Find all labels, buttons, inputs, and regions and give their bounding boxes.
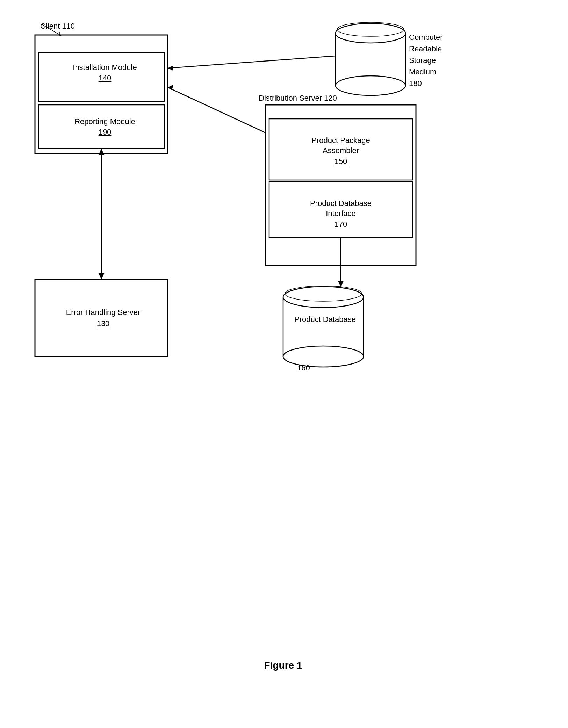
svg-marker-18 xyxy=(168,66,173,71)
diagram-container: Client 110 Installation Module 140 Repor… xyxy=(21,14,545,678)
crsm-label: Computer Readable Storage Medium 180 xyxy=(409,31,443,89)
dist-server-label: Distribution Server 120 xyxy=(259,94,337,103)
diagram-svg xyxy=(21,14,545,678)
svg-point-15 xyxy=(336,76,405,95)
figure-label: Figure 1 xyxy=(264,660,302,671)
assembler-id: 150 xyxy=(269,157,412,166)
installation-module-label: Installation Module 140 xyxy=(42,63,168,82)
svg-marker-25 xyxy=(338,281,344,287)
svg-point-11 xyxy=(283,346,364,367)
error-server-id: 130 xyxy=(38,319,168,328)
error-server-label: Error Handling Server 130 xyxy=(38,308,168,328)
svg-rect-9 xyxy=(283,297,364,356)
reporting-module-id: 190 xyxy=(42,128,168,137)
svg-rect-5 xyxy=(266,105,416,266)
svg-marker-20 xyxy=(168,85,173,90)
reporting-module-label: Reporting Module 190 xyxy=(42,117,168,137)
product-database-label: Product Database xyxy=(287,315,364,325)
svg-line-19 xyxy=(168,87,266,133)
svg-point-16 xyxy=(337,22,404,36)
pdi-id: 170 xyxy=(269,220,412,229)
client-label: Client 110 xyxy=(40,22,75,31)
installation-module-id: 140 xyxy=(42,73,168,82)
svg-point-12 xyxy=(285,286,362,301)
svg-marker-22 xyxy=(99,273,104,280)
svg-point-14 xyxy=(336,23,405,43)
pdi-label: Product DatabaseInterface 170 xyxy=(269,199,412,229)
svg-marker-23 xyxy=(99,149,104,155)
svg-rect-13 xyxy=(336,33,405,86)
svg-point-10 xyxy=(283,287,364,308)
svg-line-17 xyxy=(168,56,336,68)
product-database-id: 160 xyxy=(297,363,310,373)
assembler-label: Product PackageAssembler 150 xyxy=(269,136,412,166)
